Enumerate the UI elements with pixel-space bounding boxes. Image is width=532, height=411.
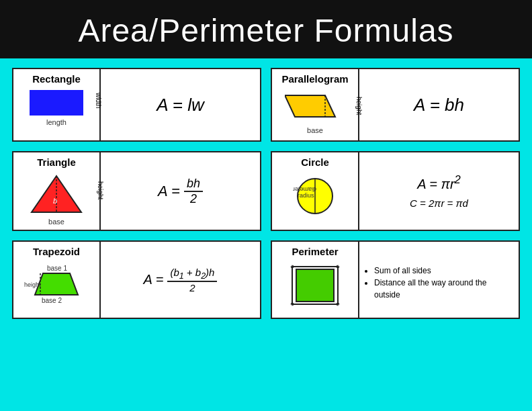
circle-formula1: A = πr2	[417, 173, 461, 192]
svg-text:base 1: base 1	[47, 265, 67, 272]
parallelogram-card: Parallelogram height base A = bh	[271, 68, 520, 142]
circle-visual: Circle radius diameter	[272, 152, 359, 230]
svg-text:b: b	[53, 197, 57, 205]
trapezoid-formula: A = (b1 + b2)h 2	[101, 242, 260, 318]
triangle-formula: A = bh 2	[101, 152, 260, 230]
parallelogram-shape	[285, 90, 345, 122]
parallelogram-title: Parallelogram	[281, 73, 348, 85]
perimeter-card: Perimeter	[271, 240, 520, 319]
svg-text:base 2: base 2	[42, 297, 62, 303]
svg-text:radius: radius	[298, 192, 314, 199]
parallelogram-base-label: base	[307, 126, 323, 134]
circle-formula2: C = 2πr = πd	[410, 197, 468, 209]
triangle-formula-a: A =	[158, 183, 180, 200]
perimeter-shape	[288, 263, 342, 310]
triangle-visual: Triangle b height base	[13, 152, 101, 230]
triangle-denominator: 2	[187, 192, 200, 206]
page-title: Area/Perimeter Formulas	[0, 0, 532, 58]
parallelogram-formula: A = bh	[359, 69, 519, 140]
parallelogram-height-label: height	[355, 97, 363, 115]
triangle-height-label: height	[97, 181, 104, 199]
trapezoid-numerator: (b1 + b2)h	[167, 267, 217, 282]
svg-text:diameter: diameter	[293, 186, 316, 193]
rectangle-visual: Rectangle width length	[13, 69, 101, 140]
parallelogram-visual: Parallelogram height base	[272, 69, 359, 140]
triangle-base-label: base	[48, 218, 64, 226]
svg-marker-0	[285, 95, 335, 117]
perimeter-visual: Perimeter	[272, 242, 359, 318]
triangle-shape: b	[26, 173, 87, 215]
trapezoid-fraction: (b1 + b2)h 2	[167, 267, 217, 293]
triangle-numerator: bh	[184, 177, 203, 192]
rectangle-shape	[30, 90, 83, 116]
rectangle-card: Rectangle width length A = lw	[12, 68, 261, 142]
trapezoid-denominator: 2	[187, 282, 197, 293]
triangle-title: Triangle	[37, 156, 76, 168]
circle-shape: radius diameter	[288, 173, 342, 215]
perimeter-title: Perimeter	[292, 246, 338, 257]
trapezoid-formula-a: A =	[144, 272, 164, 287]
svg-text:height: height	[24, 281, 41, 288]
triangle-fraction: bh 2	[184, 177, 203, 206]
perimeter-bullets: Sum of all sides Distance all the way ar…	[359, 242, 519, 318]
rectangle-title: Rectangle	[32, 73, 81, 85]
perimeter-list: Sum of all sides Distance all the way ar…	[362, 259, 516, 301]
svg-rect-15	[296, 269, 334, 302]
rectangle-width-label: width	[95, 93, 102, 108]
main-grid: Rectangle width length A = lw Parallelog…	[0, 58, 532, 328]
rectangle-formula-text: A = lw	[157, 95, 204, 116]
circle-formula: A = πr2 C = 2πr = πd	[359, 152, 519, 230]
trapezoid-card: Trapezoid base 1 base 2 height A =	[12, 240, 261, 319]
rectangle-formula: A = lw	[101, 69, 260, 140]
trapezoid-visual: Trapezoid base 1 base 2 height	[13, 242, 101, 318]
parallelogram-formula-text: A = bh	[414, 95, 464, 116]
perimeter-bullet-1: Sum of all sides	[374, 265, 512, 277]
perimeter-bullet-2: Distance all the way around the outside	[374, 277, 512, 301]
circle-title: Circle	[301, 156, 329, 168]
rectangle-length-label: length	[46, 118, 66, 126]
trapezoid-shape: base 1 base 2 height	[23, 261, 90, 303]
circle-card: Circle radius diameter A = πr2 C =	[271, 151, 520, 231]
trapezoid-title: Trapezoid	[33, 246, 80, 257]
triangle-card: Triangle b height base A = bh 2	[12, 151, 261, 231]
